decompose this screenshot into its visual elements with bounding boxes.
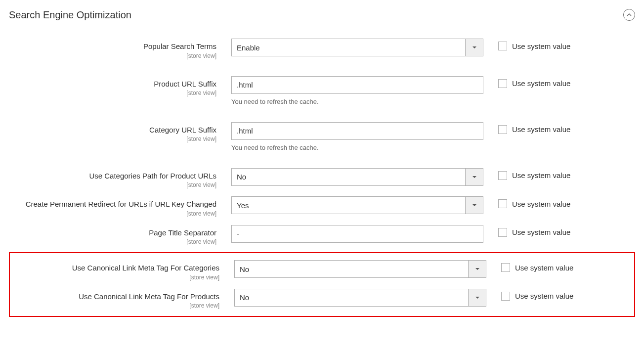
chevron-up-icon: [627, 12, 632, 17]
use-system-value-checkbox[interactable]: [498, 228, 507, 237]
use-system-value-checkbox[interactable]: [498, 79, 507, 88]
collapse-toggle[interactable]: [623, 9, 635, 21]
select-dropdown-button[interactable]: [465, 39, 483, 56]
chevron-down-icon: [472, 203, 477, 208]
use-system-value-checkbox[interactable]: [501, 263, 510, 272]
chevron-down-icon: [472, 45, 477, 50]
scope-label: [store view]: [9, 238, 216, 245]
field-label: Use Canonical Link Meta Tag For Categori…: [12, 263, 219, 273]
use-categories-path-select[interactable]: No: [231, 168, 483, 186]
canonical-highlight: Use Canonical Link Meta Tag For Categori…: [9, 252, 635, 317]
use-system-value-checkbox[interactable]: [498, 42, 507, 50]
use-system-value-checkbox[interactable]: [498, 171, 507, 180]
field-label: Product URL Suffix: [9, 79, 216, 89]
field-note: You need to refresh the cache.: [231, 144, 483, 151]
scope-label: [store view]: [9, 52, 216, 59]
scope-label: [store view]: [12, 302, 219, 309]
chevron-down-icon: [475, 295, 480, 300]
field-create-redirect: Create Permanent Redirect for URLs if UR…: [9, 192, 635, 221]
field-product-url-suffix: Product URL Suffix [store view] You need…: [9, 72, 635, 109]
field-label: Use Canonical Link Meta Tag For Products: [12, 292, 219, 302]
select-dropdown-button[interactable]: [465, 169, 483, 185]
select-value: No: [237, 173, 246, 181]
select-dropdown-button[interactable]: [468, 261, 486, 277]
select-dropdown-button[interactable]: [468, 289, 486, 306]
fields-container: Popular Search Terms [store view] Enable…: [9, 35, 635, 317]
use-system-value-label: Use system value: [512, 125, 570, 134]
use-system-value-label: Use system value: [512, 42, 570, 50]
field-label: Create Permanent Redirect for URLs if UR…: [9, 199, 216, 209]
use-system-value-label: Use system value: [512, 79, 570, 88]
field-popular-search-terms: Popular Search Terms [store view] Enable…: [9, 35, 635, 63]
field-label: Popular Search Terms: [9, 42, 216, 51]
field-canonical-products: Use Canonical Link Meta Tag For Products…: [12, 285, 632, 313]
field-label: Use Categories Path for Product URLs: [9, 171, 216, 181]
category-url-suffix-input[interactable]: [231, 122, 483, 140]
section-header: Search Engine Optimization: [9, 9, 635, 21]
use-system-value-label: Use system value: [512, 200, 570, 208]
popular-search-terms-select[interactable]: Enable: [231, 39, 483, 56]
scope-label: [store view]: [12, 274, 219, 281]
select-value: Yes: [237, 201, 249, 210]
scope-label: [store view]: [9, 210, 216, 217]
scope-label: [store view]: [9, 90, 216, 96]
use-system-value-checkbox[interactable]: [501, 292, 510, 301]
field-label: Page Title Separator: [9, 228, 216, 238]
page-title-separator-input[interactable]: [231, 225, 483, 243]
create-redirect-select[interactable]: Yes: [231, 196, 483, 214]
field-note: You need to refresh the cache.: [231, 98, 483, 105]
use-system-value-label: Use system value: [512, 171, 570, 179]
select-value: No: [240, 293, 249, 302]
field-canonical-categories: Use Canonical Link Meta Tag For Categori…: [12, 256, 632, 285]
use-system-value-label: Use system value: [515, 292, 573, 300]
use-system-value-label: Use system value: [512, 228, 570, 236]
use-system-value-label: Use system value: [515, 264, 573, 272]
field-page-title-separator: Page Title Separator [store view] Use sy…: [9, 221, 635, 250]
use-system-value-checkbox[interactable]: [498, 125, 507, 134]
field-use-categories-path: Use Categories Path for Product URLs [st…: [9, 164, 635, 193]
field-label: Category URL Suffix: [9, 125, 216, 135]
use-system-value-checkbox[interactable]: [498, 199, 507, 208]
canonical-products-select[interactable]: No: [234, 289, 486, 307]
section-title: Search Engine Optimization: [9, 9, 131, 21]
select-value: Enable: [237, 44, 260, 52]
product-url-suffix-input[interactable]: [231, 76, 483, 94]
canonical-categories-select[interactable]: No: [234, 260, 486, 278]
chevron-down-icon: [475, 267, 480, 271]
field-category-url-suffix: Category URL Suffix [store view] You nee…: [9, 118, 635, 155]
select-value: No: [240, 265, 249, 273]
select-dropdown-button[interactable]: [465, 197, 483, 214]
scope-label: [store view]: [9, 181, 216, 188]
chevron-down-icon: [472, 175, 477, 179]
scope-label: [store view]: [9, 135, 216, 142]
